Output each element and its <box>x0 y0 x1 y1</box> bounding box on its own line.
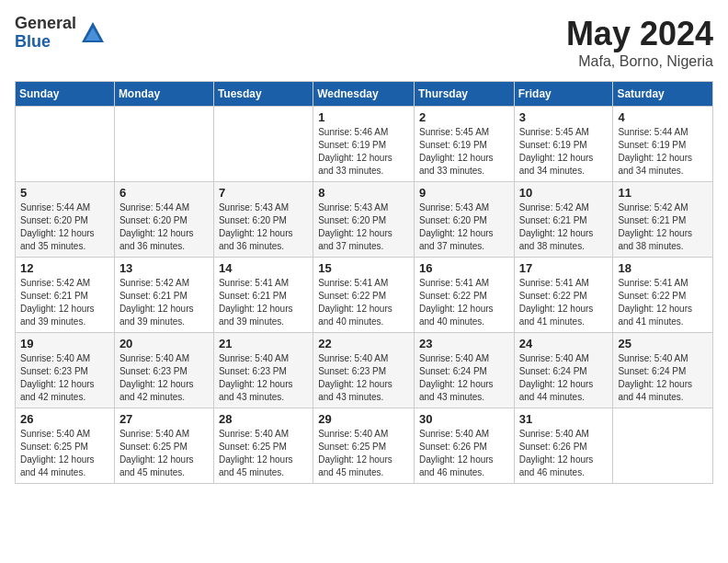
calendar-cell: 16Sunrise: 5:41 AM Sunset: 6:22 PM Dayli… <box>414 258 514 333</box>
day-info: Sunrise: 5:40 AM Sunset: 6:25 PM Dayligh… <box>318 428 409 479</box>
day-number: 16 <box>419 261 509 275</box>
calendar-cell: 25Sunrise: 5:40 AM Sunset: 6:24 PM Dayli… <box>613 333 713 408</box>
calendar-header-sunday: Sunday <box>16 82 115 107</box>
calendar-cell: 29Sunrise: 5:40 AM Sunset: 6:25 PM Dayli… <box>313 408 415 484</box>
calendar-week-3: 12Sunrise: 5:42 AM Sunset: 6:21 PM Dayli… <box>16 258 713 333</box>
calendar-table: SundayMondayTuesdayWednesdayThursdayFrid… <box>15 81 713 484</box>
calendar-cell: 11Sunrise: 5:42 AM Sunset: 6:21 PM Dayli… <box>613 182 713 258</box>
calendar-cell: 1Sunrise: 5:46 AM Sunset: 6:19 PM Daylig… <box>313 107 415 182</box>
logo: General Blue <box>15 15 106 52</box>
day-info: Sunrise: 5:42 AM Sunset: 6:21 PM Dayligh… <box>519 201 609 253</box>
day-number: 29 <box>318 412 409 426</box>
calendar-cell: 28Sunrise: 5:40 AM Sunset: 6:25 PM Dayli… <box>213 408 313 484</box>
title-block: May 2024 Mafa, Borno, Nigeria <box>566 15 713 70</box>
calendar-cell: 23Sunrise: 5:40 AM Sunset: 6:24 PM Dayli… <box>414 333 514 408</box>
day-number: 18 <box>618 261 708 275</box>
day-number: 24 <box>519 337 609 350</box>
calendar-cell: 2Sunrise: 5:45 AM Sunset: 6:19 PM Daylig… <box>414 107 514 182</box>
calendar-cell: 8Sunrise: 5:43 AM Sunset: 6:20 PM Daylig… <box>313 182 415 258</box>
calendar-cell: 3Sunrise: 5:45 AM Sunset: 6:19 PM Daylig… <box>514 107 613 182</box>
day-number: 20 <box>119 337 209 350</box>
calendar-header-tuesday: Tuesday <box>213 82 313 107</box>
calendar-cell: 31Sunrise: 5:40 AM Sunset: 6:26 PM Dayli… <box>514 408 613 484</box>
day-info: Sunrise: 5:40 AM Sunset: 6:24 PM Dayligh… <box>519 352 609 404</box>
day-info: Sunrise: 5:44 AM Sunset: 6:20 PM Dayligh… <box>20 201 109 253</box>
day-number: 21 <box>219 337 308 350</box>
day-info: Sunrise: 5:40 AM Sunset: 6:23 PM Dayligh… <box>20 352 109 404</box>
day-number: 5 <box>20 186 109 200</box>
calendar-cell <box>613 408 713 484</box>
calendar-week-5: 26Sunrise: 5:40 AM Sunset: 6:25 PM Dayli… <box>16 408 713 484</box>
day-info: Sunrise: 5:44 AM Sunset: 6:20 PM Dayligh… <box>119 201 209 253</box>
day-number: 12 <box>20 261 109 275</box>
calendar-cell: 15Sunrise: 5:41 AM Sunset: 6:22 PM Dayli… <box>313 258 415 333</box>
day-info: Sunrise: 5:40 AM Sunset: 6:26 PM Dayligh… <box>519 428 609 479</box>
day-number: 7 <box>219 186 308 200</box>
calendar-cell: 7Sunrise: 5:43 AM Sunset: 6:20 PM Daylig… <box>213 182 313 258</box>
day-info: Sunrise: 5:45 AM Sunset: 6:19 PM Dayligh… <box>519 126 609 178</box>
calendar-cell <box>16 107 115 182</box>
day-info: Sunrise: 5:43 AM Sunset: 6:20 PM Dayligh… <box>219 201 308 253</box>
day-info: Sunrise: 5:41 AM Sunset: 6:22 PM Dayligh… <box>618 277 708 328</box>
calendar-cell: 4Sunrise: 5:44 AM Sunset: 6:19 PM Daylig… <box>613 107 713 182</box>
calendar-header-monday: Monday <box>114 82 213 107</box>
day-info: Sunrise: 5:42 AM Sunset: 6:21 PM Dayligh… <box>20 277 109 328</box>
day-info: Sunrise: 5:40 AM Sunset: 6:24 PM Dayligh… <box>618 352 708 404</box>
calendar-cell: 27Sunrise: 5:40 AM Sunset: 6:25 PM Dayli… <box>114 408 213 484</box>
calendar-week-1: 1Sunrise: 5:46 AM Sunset: 6:19 PM Daylig… <box>16 107 713 182</box>
calendar-cell: 13Sunrise: 5:42 AM Sunset: 6:21 PM Dayli… <box>114 258 213 333</box>
day-info: Sunrise: 5:43 AM Sunset: 6:20 PM Dayligh… <box>419 201 509 253</box>
day-number: 26 <box>20 412 109 426</box>
day-info: Sunrise: 5:40 AM Sunset: 6:23 PM Dayligh… <box>318 352 409 404</box>
day-number: 3 <box>519 110 609 124</box>
calendar-cell: 22Sunrise: 5:40 AM Sunset: 6:23 PM Dayli… <box>313 333 415 408</box>
day-number: 11 <box>618 186 708 200</box>
day-info: Sunrise: 5:42 AM Sunset: 6:21 PM Dayligh… <box>618 201 708 253</box>
page-header: General Blue May 2024 Mafa, Borno, Niger… <box>15 15 713 70</box>
calendar-cell: 10Sunrise: 5:42 AM Sunset: 6:21 PM Dayli… <box>514 182 613 258</box>
calendar-cell: 5Sunrise: 5:44 AM Sunset: 6:20 PM Daylig… <box>16 182 115 258</box>
subtitle: Mafa, Borno, Nigeria <box>566 53 713 70</box>
calendar-cell: 12Sunrise: 5:42 AM Sunset: 6:21 PM Dayli… <box>16 258 115 333</box>
day-info: Sunrise: 5:40 AM Sunset: 6:23 PM Dayligh… <box>219 352 308 404</box>
calendar-cell <box>213 107 313 182</box>
day-info: Sunrise: 5:41 AM Sunset: 6:22 PM Dayligh… <box>318 277 409 328</box>
calendar-header-friday: Friday <box>514 82 613 107</box>
calendar-header-row: SundayMondayTuesdayWednesdayThursdayFrid… <box>16 82 713 107</box>
calendar-cell: 26Sunrise: 5:40 AM Sunset: 6:25 PM Dayli… <box>16 408 115 484</box>
calendar-cell: 9Sunrise: 5:43 AM Sunset: 6:20 PM Daylig… <box>414 182 514 258</box>
logo-icon <box>80 20 106 46</box>
day-info: Sunrise: 5:40 AM Sunset: 6:25 PM Dayligh… <box>20 428 109 479</box>
calendar-cell: 17Sunrise: 5:41 AM Sunset: 6:22 PM Dayli… <box>514 258 613 333</box>
day-number: 22 <box>318 337 409 350</box>
calendar-cell: 20Sunrise: 5:40 AM Sunset: 6:23 PM Dayli… <box>114 333 213 408</box>
day-number: 14 <box>219 261 308 275</box>
day-info: Sunrise: 5:42 AM Sunset: 6:21 PM Dayligh… <box>119 277 209 328</box>
day-info: Sunrise: 5:41 AM Sunset: 6:22 PM Dayligh… <box>519 277 609 328</box>
day-number: 10 <box>519 186 609 200</box>
day-number: 17 <box>519 261 609 275</box>
calendar-cell: 6Sunrise: 5:44 AM Sunset: 6:20 PM Daylig… <box>114 182 213 258</box>
day-number: 28 <box>219 412 308 426</box>
day-info: Sunrise: 5:40 AM Sunset: 6:23 PM Dayligh… <box>119 352 209 404</box>
day-number: 4 <box>618 110 708 124</box>
day-info: Sunrise: 5:45 AM Sunset: 6:19 PM Dayligh… <box>419 126 509 178</box>
day-info: Sunrise: 5:46 AM Sunset: 6:19 PM Dayligh… <box>318 126 409 178</box>
main-title: May 2024 <box>566 15 713 53</box>
calendar-cell: 30Sunrise: 5:40 AM Sunset: 6:26 PM Dayli… <box>414 408 514 484</box>
day-info: Sunrise: 5:40 AM Sunset: 6:24 PM Dayligh… <box>419 352 509 404</box>
calendar-header-thursday: Thursday <box>414 82 514 107</box>
day-number: 27 <box>119 412 209 426</box>
logo-general-text: General <box>15 15 76 33</box>
calendar-header-wednesday: Wednesday <box>313 82 415 107</box>
day-number: 30 <box>419 412 509 426</box>
day-info: Sunrise: 5:40 AM Sunset: 6:25 PM Dayligh… <box>119 428 209 479</box>
calendar-cell: 21Sunrise: 5:40 AM Sunset: 6:23 PM Dayli… <box>213 333 313 408</box>
day-number: 8 <box>318 186 409 200</box>
calendar-week-2: 5Sunrise: 5:44 AM Sunset: 6:20 PM Daylig… <box>16 182 713 258</box>
calendar-cell <box>114 107 213 182</box>
day-number: 13 <box>119 261 209 275</box>
day-info: Sunrise: 5:41 AM Sunset: 6:21 PM Dayligh… <box>219 277 308 328</box>
day-info: Sunrise: 5:43 AM Sunset: 6:20 PM Dayligh… <box>318 201 409 253</box>
calendar-header-saturday: Saturday <box>613 82 713 107</box>
